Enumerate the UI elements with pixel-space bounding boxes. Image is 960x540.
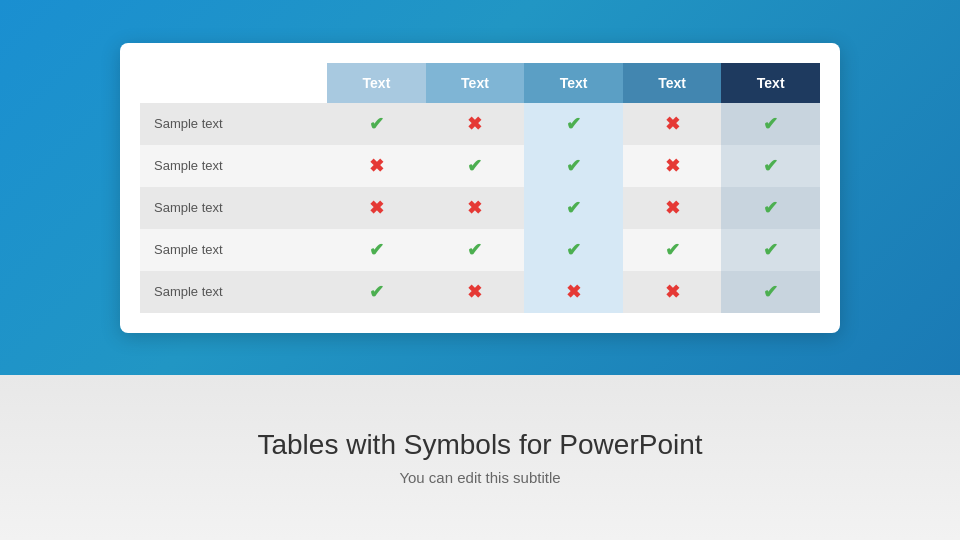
cross-icon: ✖ [467,282,482,302]
table-cell: ✔ [721,229,820,271]
header-label-col [140,63,327,103]
cross-icon: ✖ [467,114,482,134]
table-cell: ✔ [327,103,426,145]
table-row: Sample text✔✖✖✖✔ [140,271,820,313]
header-col-1: Text [327,63,426,103]
table-cell: ✖ [327,187,426,229]
page-title: Tables with Symbols for PowerPoint [257,429,702,461]
check-icon: ✔ [566,156,581,176]
row-label: Sample text [140,145,327,187]
check-icon: ✔ [467,156,482,176]
check-icon: ✔ [467,240,482,260]
table-cell: ✔ [327,229,426,271]
table-cell: ✔ [721,103,820,145]
table-cell: ✖ [426,271,525,313]
comparison-table: Text Text Text Text Text Sample text✔✖✔✖… [140,63,820,313]
table-cell: ✔ [721,187,820,229]
table-header-row: Text Text Text Text Text [140,63,820,103]
cross-icon: ✖ [467,198,482,218]
row-label: Sample text [140,271,327,313]
table-cell: ✖ [426,187,525,229]
table-cell: ✔ [721,271,820,313]
table-cell: ✔ [524,103,623,145]
table-cell: ✔ [327,271,426,313]
table-cell: ✖ [426,103,525,145]
check-icon: ✔ [369,282,384,302]
table-cell: ✔ [426,145,525,187]
table-cell: ✔ [721,145,820,187]
cross-icon: ✖ [665,282,680,302]
table-cell: ✖ [623,187,722,229]
page-subtitle: You can edit this subtitle [399,469,560,486]
check-icon: ✔ [369,114,384,134]
table-row: Sample text✔✖✔✖✔ [140,103,820,145]
header-col-3: Text [524,63,623,103]
table-cell: ✔ [623,229,722,271]
cross-icon: ✖ [369,156,384,176]
check-icon: ✔ [763,282,778,302]
cross-icon: ✖ [369,198,384,218]
bottom-section: Tables with Symbols for PowerPoint You c… [0,375,960,540]
table-cell: ✖ [623,103,722,145]
header-col-4: Text [623,63,722,103]
check-icon: ✔ [566,240,581,260]
table-row: Sample text✖✔✔✖✔ [140,145,820,187]
table-cell: ✖ [524,271,623,313]
header-col-2: Text [426,63,525,103]
table-cell: ✖ [623,145,722,187]
table-row: Sample text✖✖✔✖✔ [140,187,820,229]
table-row: Sample text✔✔✔✔✔ [140,229,820,271]
check-icon: ✔ [763,114,778,134]
table-cell: ✖ [327,145,426,187]
check-icon: ✔ [369,240,384,260]
row-label: Sample text [140,103,327,145]
cross-icon: ✖ [665,114,680,134]
cross-icon: ✖ [566,282,581,302]
top-section: Text Text Text Text Text Sample text✔✖✔✖… [0,0,960,375]
cross-icon: ✖ [665,156,680,176]
table-cell: ✔ [426,229,525,271]
row-label: Sample text [140,229,327,271]
header-col-5: Text [721,63,820,103]
check-icon: ✔ [763,240,778,260]
check-icon: ✔ [763,156,778,176]
table-card: Text Text Text Text Text Sample text✔✖✔✖… [120,43,840,333]
table-cell: ✔ [524,187,623,229]
table-cell: ✖ [623,271,722,313]
check-icon: ✔ [665,240,680,260]
check-icon: ✔ [566,114,581,134]
check-icon: ✔ [566,198,581,218]
cross-icon: ✖ [665,198,680,218]
table-cell: ✔ [524,229,623,271]
row-label: Sample text [140,187,327,229]
check-icon: ✔ [763,198,778,218]
table-cell: ✔ [524,145,623,187]
